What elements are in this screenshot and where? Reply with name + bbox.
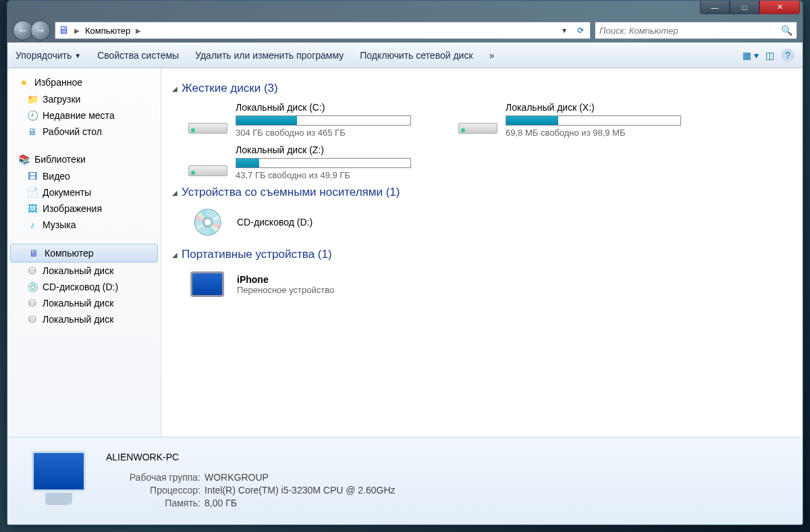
view-options-button[interactable]: ▦ ▾ xyxy=(742,50,759,61)
star-icon: ★ xyxy=(17,76,30,89)
desktop-icon: 🖥 xyxy=(26,126,38,138)
workgroup-value: WORKGROUP xyxy=(205,472,269,483)
breadcrumb-root[interactable]: Компьютер xyxy=(85,26,130,36)
workgroup-label: Рабочая группа: xyxy=(106,472,200,483)
memory-value: 8,00 ГБ xyxy=(205,498,237,508)
sidebar-local-disk[interactable]: ⛁Локальный диск xyxy=(7,263,161,279)
drive-free-space: 69,8 МБ свободно из 98,9 МБ xyxy=(506,128,685,138)
titlebar: — □ ✕ xyxy=(7,1,803,18)
processor-label: Процессор: xyxy=(106,485,200,496)
search-icon[interactable]: 🔍 xyxy=(781,25,792,36)
forward-button[interactable]: → xyxy=(30,20,51,41)
device-name: iPhone xyxy=(237,274,334,285)
sidebar-libraries[interactable]: 📚Библиотеки xyxy=(7,151,161,168)
images-icon: 🖼 xyxy=(26,203,38,215)
drive-c[interactable]: Локальный диск (C:) 304 ГБ свободно из 4… xyxy=(186,102,415,138)
sidebar-documents[interactable]: 📄Документы xyxy=(7,184,161,201)
drive-x[interactable]: Локальный диск (X:) 69,8 МБ свободно из … xyxy=(456,102,685,138)
system-properties-button[interactable]: Свойства системы xyxy=(97,50,179,61)
search-input[interactable] xyxy=(599,26,781,36)
sidebar-local-disk[interactable]: ⛁Локальный диск xyxy=(7,311,161,327)
sidebar-downloads[interactable]: 📁Загрузки xyxy=(7,91,161,107)
details-pane: ALIENWORK-PC Рабочая группа:WORKGROUP Пр… xyxy=(7,437,803,525)
libraries-icon: 📚 xyxy=(17,153,30,166)
maximize-button[interactable]: □ xyxy=(730,1,759,14)
drive-z[interactable]: Локальный диск (Z:) 43,7 ГБ свободно из … xyxy=(186,144,415,180)
portable-device-iphone[interactable]: iPhone Переносное устройство xyxy=(172,268,792,300)
sidebar-desktop[interactable]: 🖥Рабочий стол xyxy=(7,124,161,140)
section-hard-drives[interactable]: ◢Жесткие диски (3) xyxy=(172,82,792,95)
address-dropdown[interactable]: ▾ xyxy=(558,24,571,37)
drive-usage-bar xyxy=(506,115,681,126)
uninstall-program-button[interactable]: Удалить или изменить программу xyxy=(195,50,344,61)
folder-icon: 📁 xyxy=(26,93,38,105)
music-icon: ♪ xyxy=(26,219,38,231)
device-name: CD-дисковод (D:) xyxy=(237,217,313,228)
toolbar-overflow[interactable]: » xyxy=(489,50,495,61)
section-portable[interactable]: ◢Портативные устройства (1) xyxy=(172,248,792,261)
collapse-icon: ◢ xyxy=(172,189,178,196)
sidebar-computer[interactable]: 🖥Компьютер xyxy=(10,244,158,263)
disk-icon: ⛁ xyxy=(26,313,38,325)
close-button[interactable]: ✕ xyxy=(759,1,800,14)
address-bar[interactable]: 🖥 ▶ Компьютер ▶ ▾ ⟳ xyxy=(55,22,591,39)
sidebar-recent[interactable]: 🕘Недавние места xyxy=(7,107,161,124)
explorer-window: — □ ✕ ← → 🖥 ▶ Компьютер ▶ ▾ ⟳ 🔍 Упорядоч… xyxy=(7,0,803,525)
drive-usage-bar xyxy=(236,158,411,168)
map-drive-button[interactable]: Подключить сетевой диск xyxy=(360,50,473,61)
breadcrumb-sep[interactable]: ▶ xyxy=(136,27,141,34)
main-content: ◢Жесткие диски (3) Локальный диск (C:) 3… xyxy=(161,68,803,437)
toolbar: Упорядочить ▼ Свойства системы Удалить и… xyxy=(7,43,803,68)
refresh-button[interactable]: ⟳ xyxy=(574,24,587,37)
phone-device-icon xyxy=(186,268,229,300)
device-type: Переносное устройство xyxy=(237,285,334,295)
video-icon: 🎞 xyxy=(26,170,38,182)
drive-name: Локальный диск (X:) xyxy=(506,102,685,113)
collapse-icon: ◢ xyxy=(172,85,178,92)
drive-name: Локальный диск (C:) xyxy=(236,102,415,113)
cd-drive[interactable]: 💿 CD-дисковод (D:) xyxy=(172,206,792,238)
drive-free-space: 304 ГБ свободно из 465 ГБ xyxy=(236,128,415,138)
chevron-down-icon: ▼ xyxy=(74,52,81,59)
processor-value: Intel(R) Core(TM) i5-3230M CPU @ 2.60GHz xyxy=(205,485,396,496)
hard-drive-icon xyxy=(186,147,229,179)
drive-name: Локальный диск (Z:) xyxy=(236,144,415,155)
sidebar-video[interactable]: 🎞Видео xyxy=(7,168,161,184)
computer-icon: 🖥 xyxy=(27,246,40,260)
document-icon: 📄 xyxy=(26,186,38,198)
sidebar-images[interactable]: 🖼Изображения xyxy=(7,201,161,217)
pc-name: ALIENWORK-PC xyxy=(106,452,396,462)
collapse-icon: ◢ xyxy=(172,251,178,259)
drive-usage-bar xyxy=(236,115,411,126)
minimize-button[interactable]: — xyxy=(700,1,730,14)
sidebar-cd-drive[interactable]: 💿CD-дисковод (D:) xyxy=(7,279,161,295)
cd-drive-icon: 💿 xyxy=(186,206,229,238)
memory-label: Память: xyxy=(106,498,200,508)
recent-icon: 🕘 xyxy=(26,109,38,122)
computer-icon: 🖥 xyxy=(58,24,69,36)
help-button[interactable]: ? xyxy=(781,49,794,62)
breadcrumb-sep[interactable]: ▶ xyxy=(74,27,80,34)
sidebar-music[interactable]: ♪Музыка xyxy=(7,217,161,233)
search-box[interactable]: 🔍 xyxy=(595,22,797,39)
hard-drive-icon xyxy=(456,104,499,136)
cd-icon: 💿 xyxy=(26,281,38,293)
section-removable[interactable]: ◢Устройства со съемными носителями (1) xyxy=(172,186,792,199)
disk-icon: ⛁ xyxy=(26,265,38,277)
nav-row: ← → 🖥 ▶ Компьютер ▶ ▾ ⟳ 🔍 xyxy=(7,18,803,43)
sidebar-favorites[interactable]: ★Избранное xyxy=(7,74,161,91)
organize-button[interactable]: Упорядочить ▼ xyxy=(16,50,81,61)
sidebar: ★Избранное 📁Загрузки 🕘Недавние места 🖥Ра… xyxy=(7,68,161,437)
computer-large-icon xyxy=(18,444,92,518)
drive-free-space: 43,7 ГБ свободно из 49,9 ГБ xyxy=(236,170,415,180)
hard-drive-icon xyxy=(186,104,229,136)
disk-icon: ⛁ xyxy=(26,297,38,309)
sidebar-local-disk[interactable]: ⛁Локальный диск xyxy=(7,295,161,311)
preview-pane-button[interactable]: ◫ xyxy=(765,50,774,61)
